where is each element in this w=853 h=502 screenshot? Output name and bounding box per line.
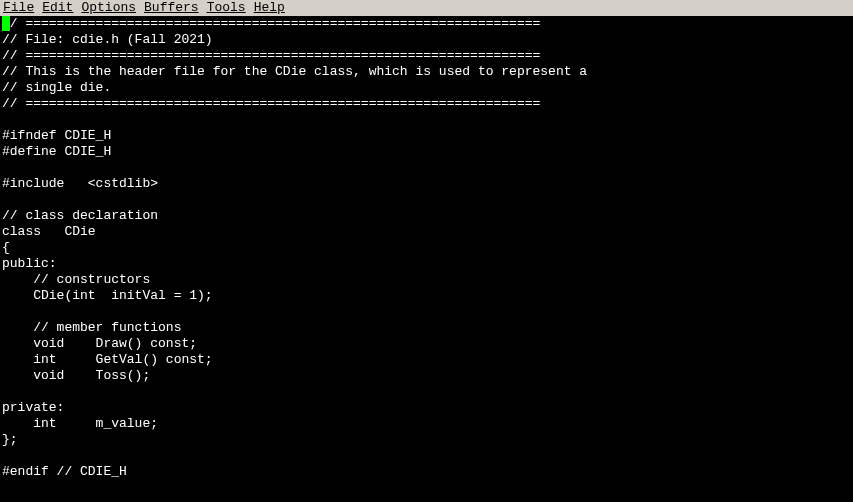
code-line: private: (0, 400, 853, 416)
text-cursor (2, 16, 10, 31)
code-line: CDie(int initVal = 1); (0, 288, 853, 304)
code-line: #ifndef CDIE_H (0, 128, 853, 144)
code-line: // member functions (0, 320, 853, 336)
code-line (0, 112, 853, 128)
code-line (0, 304, 853, 320)
code-line (0, 160, 853, 176)
code-line: int m_value; (0, 416, 853, 432)
menu-buffers[interactable]: Buffers (144, 0, 199, 15)
code-line: { (0, 240, 853, 256)
code-line: class CDie (0, 224, 853, 240)
code-line: #include <cstdlib> (0, 176, 853, 192)
code-line: }; (0, 432, 853, 448)
code-line: int GetVal() const; (0, 352, 853, 368)
menu-file[interactable]: File (3, 0, 34, 15)
code-line: // =====================================… (0, 48, 853, 64)
code-line (0, 192, 853, 208)
code-line: #endif // CDIE_H (0, 464, 853, 480)
menu-help[interactable]: Help (254, 0, 285, 15)
menubar: FileEditOptionsBuffersToolsHelp (0, 0, 853, 16)
menu-options[interactable]: Options (81, 0, 136, 15)
menu-tools[interactable]: Tools (207, 0, 246, 15)
code-line: #define CDIE_H (0, 144, 853, 160)
code-line: // class declaration (0, 208, 853, 224)
code-line: // constructors (0, 272, 853, 288)
code-line: // =====================================… (0, 16, 853, 32)
code-line: void Draw() const; (0, 336, 853, 352)
code-line (0, 384, 853, 400)
code-line: // File: cdie.h (Fall 2021) (0, 32, 853, 48)
code-line: // =====================================… (0, 96, 853, 112)
code-line: public: (0, 256, 853, 272)
editor-area[interactable]: // =====================================… (0, 16, 853, 480)
code-line (0, 448, 853, 464)
menu-edit[interactable]: Edit (42, 0, 73, 15)
code-line: // This is the header file for the CDie … (0, 64, 853, 80)
code-line: void Toss(); (0, 368, 853, 384)
code-line: // single die. (0, 80, 853, 96)
